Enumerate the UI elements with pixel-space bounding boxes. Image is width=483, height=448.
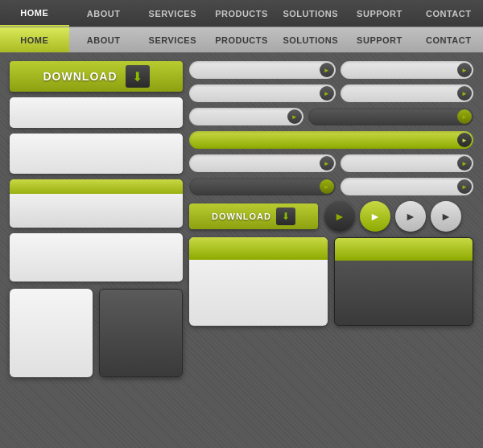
play-button-green[interactable]: ► [360, 201, 390, 232]
download-sm-icon: ⬇ [276, 208, 295, 225]
download-button[interactable]: DOWNLOAD ⬇ [10, 61, 183, 92]
scrollbar-white-6[interactable]: ► [189, 154, 336, 172]
nav-second-item-products[interactable]: PRODUCTS [207, 27, 276, 52]
large-white-box [189, 237, 328, 326]
nav-top-item-support[interactable]: SUPPORT [345, 0, 415, 27]
arrow-btn-10[interactable]: ► [320, 179, 334, 194]
white-box-1 [10, 97, 183, 128]
bar-row-6: ► ► [189, 178, 473, 195]
white-body-1 [10, 194, 183, 228]
left-column: DOWNLOAD ⬇ [10, 61, 183, 377]
white-box-3 [10, 233, 183, 282]
play-button-light-2[interactable]: ► [431, 201, 461, 232]
download-icon: ⬇ [126, 65, 150, 88]
arrow-btn-6[interactable]: ► [457, 109, 472, 124]
bar-row-5: ► ► [189, 154, 473, 172]
scrollbar-white-3[interactable]: ► [189, 84, 336, 102]
scrollbar-white-8[interactable]: ► [341, 178, 473, 195]
bar-row-2: ► ► [189, 84, 473, 102]
scrollbar-white-2[interactable]: ► [341, 61, 473, 79]
right-column: ► ► ► ► ► ► ► [189, 61, 473, 377]
scrollbar-dark-2[interactable]: ► [189, 178, 336, 195]
nav-second-item-home[interactable]: HOME [0, 27, 69, 52]
nav-top-item-home[interactable]: HOME [0, 0, 69, 27]
accent-box-1 [10, 179, 183, 228]
download-label: DOWNLOAD [43, 70, 118, 83]
nav-top-item-services[interactable]: SERVICES [138, 0, 207, 27]
scrollbar-white-7[interactable]: ► [341, 154, 473, 172]
scrollbar-white-5[interactable]: ► [189, 108, 303, 125]
big-dark-box [99, 289, 184, 377]
arrow-btn-9[interactable]: ► [457, 156, 472, 171]
arrow-btn-4[interactable]: ► [457, 86, 472, 101]
download-sm-label: DOWNLOAD [212, 212, 271, 221]
nav-top-item-about[interactable]: ABOUT [69, 0, 138, 27]
main-content: DOWNLOAD ⬇ ► ► [0, 53, 483, 385]
bar-row-3: ► ► [189, 108, 473, 125]
download-play-row: DOWNLOAD ⬇ ► ► ► ► [189, 201, 473, 232]
arrow-btn-8[interactable]: ► [320, 156, 334, 171]
nav-second-item-about[interactable]: ABOUT [69, 27, 138, 52]
download-button-sm[interactable]: DOWNLOAD ⬇ [189, 203, 318, 229]
play-button-dark[interactable]: ► [324, 201, 355, 232]
nav-second: HOME ABOUT SERVICES PRODUCTS SOLUTIONS S… [0, 27, 483, 53]
arrow-btn-7[interactable]: ► [457, 133, 472, 147]
green-header-1 [10, 179, 183, 194]
big-white-box [10, 289, 93, 377]
scrollbar-white-4[interactable]: ► [341, 84, 473, 102]
play-button-light-1[interactable]: ► [395, 201, 426, 232]
nav-second-item-contact[interactable]: CONTACT [414, 27, 483, 52]
white-box-2 [10, 134, 183, 174]
nav-top: HOME ABOUT SERVICES PRODUCTS SOLUTIONS S… [0, 0, 483, 27]
large-dark-box [334, 237, 474, 326]
large-dark-box-header [335, 238, 473, 261]
arrow-btn-2[interactable]: ► [457, 63, 472, 77]
bottom-boxes-row [189, 237, 473, 326]
nav-top-item-products[interactable]: PRODUCTS [207, 0, 276, 27]
play-buttons-row: ► ► ► ► [324, 201, 461, 232]
arrow-btn-11[interactable]: ► [457, 179, 472, 194]
scrollbar-dark-1[interactable]: ► [308, 108, 473, 125]
nav-top-item-solutions[interactable]: SOLUTIONS [276, 0, 345, 27]
arrow-btn-3[interactable]: ► [320, 86, 334, 101]
scrollbar-green-1[interactable]: ► [189, 131, 473, 149]
bar-row-1: ► ► [189, 61, 473, 79]
scrollbar-white-1[interactable]: ► [189, 61, 336, 79]
nav-second-item-support[interactable]: SUPPORT [345, 27, 415, 52]
large-white-box-header [189, 237, 328, 260]
arrow-btn-5[interactable]: ► [287, 109, 302, 124]
nav-top-item-contact[interactable]: CONTACT [414, 0, 483, 27]
bar-row-4: ► [189, 131, 473, 149]
arrow-btn-1[interactable]: ► [320, 63, 334, 77]
nav-second-item-solutions[interactable]: SOLUTIONS [276, 27, 345, 52]
nav-second-item-services[interactable]: SERVICES [138, 27, 207, 52]
